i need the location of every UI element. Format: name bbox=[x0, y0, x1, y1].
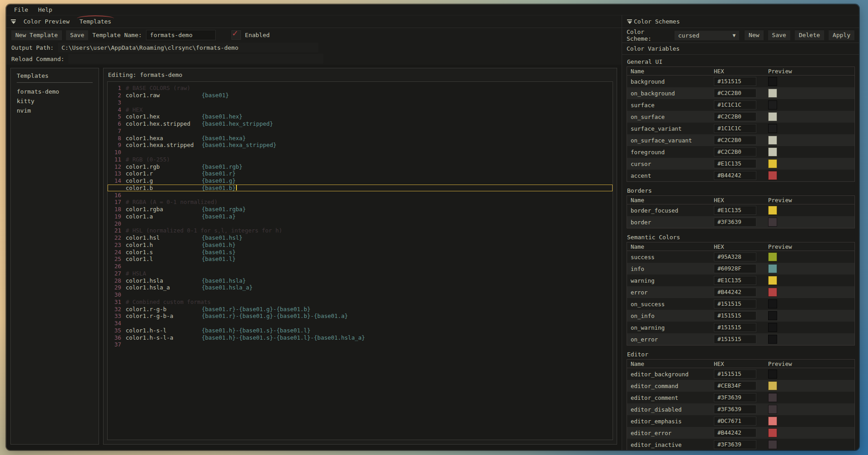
hex-value-input[interactable]: #3F3639 bbox=[714, 440, 756, 449]
enabled-checkbox[interactable]: ✓ bbox=[231, 30, 241, 40]
color-swatch[interactable] bbox=[768, 428, 777, 437]
hex-value-input[interactable]: #3F3639 bbox=[714, 405, 756, 414]
code-line[interactable]: 18color1.rgba{base01.rgba} bbox=[108, 206, 613, 213]
hex-value-input[interactable]: #151515 bbox=[714, 323, 756, 332]
hex-value-input[interactable]: #C2C2B0 bbox=[714, 89, 756, 98]
code-line[interactable]: 2color1.raw{base01} bbox=[108, 92, 613, 99]
code-line[interactable]: 1# BASE COLORS (raw) bbox=[108, 85, 613, 92]
hex-value-input[interactable]: #C2C2B0 bbox=[714, 147, 756, 156]
hex-value-input[interactable]: #B44242 bbox=[714, 288, 756, 297]
hex-value-input[interactable]: #B44242 bbox=[714, 428, 756, 437]
code-line[interactable]: 5color1.hex{base01.hex} bbox=[108, 113, 613, 120]
hex-value-input[interactable]: #151515 bbox=[714, 77, 756, 86]
color-swatch[interactable] bbox=[768, 381, 777, 390]
scheme-new-button[interactable]: New bbox=[745, 30, 763, 40]
code-line[interactable]: 11# RGB (0-255) bbox=[108, 156, 613, 163]
color-swatch[interactable] bbox=[768, 393, 777, 402]
color-swatch[interactable] bbox=[768, 159, 777, 168]
code-line[interactable]: 17# RGBA (A = 0-1 normalized) bbox=[108, 199, 613, 206]
hex-value-input[interactable]: #1C1C1C bbox=[714, 100, 756, 109]
hex-value-input[interactable]: #3F3639 bbox=[714, 218, 756, 227]
code-line[interactable]: 21# HSL (normalized 0-1 for s,l, integer… bbox=[108, 227, 613, 234]
code-line[interactable]: 22color1.hsl{base01.hsl} bbox=[108, 234, 613, 242]
schemes-collapse-icon[interactable] bbox=[627, 19, 632, 24]
code-line[interactable]: 3 bbox=[108, 99, 613, 106]
hex-value-input[interactable]: #E1C135 bbox=[714, 276, 756, 285]
code-line[interactable]: 29color1.hsla_a{base01.hsla_a} bbox=[108, 284, 613, 291]
save-template-button[interactable]: Save bbox=[66, 30, 88, 40]
code-line[interactable]: 7 bbox=[108, 128, 613, 135]
scheme-save-button[interactable]: Save bbox=[768, 30, 790, 40]
color-swatch[interactable] bbox=[768, 218, 777, 227]
hex-value-input[interactable]: #3F3639 bbox=[714, 393, 756, 402]
color-swatch[interactable] bbox=[768, 147, 777, 156]
color-swatch[interactable] bbox=[768, 335, 777, 344]
color-swatch[interactable] bbox=[768, 276, 777, 285]
code-line[interactable]: 32color1.r-g-b{base01.r}-{base01.g}-{bas… bbox=[108, 305, 613, 313]
hex-value-input[interactable]: #151515 bbox=[714, 335, 756, 344]
code-line[interactable]: 14color1.g{base01.g} bbox=[108, 177, 613, 185]
template-list-item[interactable]: kitty bbox=[17, 96, 93, 106]
new-template-button[interactable]: New Template bbox=[11, 30, 62, 40]
hex-value-input[interactable]: #1C1C1C bbox=[714, 124, 756, 133]
code-line[interactable]: 6color1.hex.stripped{base01.hex_stripped… bbox=[108, 120, 613, 128]
code-line[interactable]: 12color1.rgb{base01.rgb} bbox=[108, 163, 613, 170]
hex-value-input[interactable]: #B44242 bbox=[714, 171, 756, 180]
color-swatch[interactable] bbox=[768, 252, 777, 261]
color-swatch[interactable] bbox=[768, 299, 777, 308]
code-line[interactable]: 24color1.s{base01.s} bbox=[108, 248, 613, 256]
color-swatch[interactable] bbox=[768, 288, 777, 297]
color-swatch[interactable] bbox=[768, 405, 777, 414]
color-swatch[interactable] bbox=[768, 171, 777, 180]
color-scheme-select[interactable]: cursed ▼ bbox=[675, 31, 739, 40]
hex-value-input[interactable]: #DC7671 bbox=[714, 417, 756, 426]
code-line[interactable]: 26 bbox=[108, 263, 613, 270]
code-line[interactable]: 33color1.r-g-b-a{base01.r}-{base01.g}-{b… bbox=[108, 313, 613, 320]
color-swatch[interactable] bbox=[768, 323, 777, 332]
color-swatch[interactable] bbox=[768, 136, 777, 145]
color-swatch[interactable] bbox=[768, 417, 777, 426]
template-list-item[interactable]: formats-demo bbox=[17, 87, 93, 96]
hex-value-input[interactable]: #C2C2B0 bbox=[714, 112, 756, 121]
menu-item-help[interactable]: Help bbox=[38, 6, 52, 13]
code-line[interactable]: 31# Combined custom formats bbox=[108, 299, 613, 306]
code-line[interactable]: 8color1.hexa{base01.hexa} bbox=[108, 134, 613, 142]
hex-value-input[interactable]: #E1C135 bbox=[714, 159, 756, 168]
code-line[interactable]: 19color1.a{base01.a} bbox=[108, 213, 613, 220]
hex-value-input[interactable]: #60928F bbox=[714, 264, 756, 273]
color-swatch[interactable] bbox=[768, 264, 777, 273]
code-line[interactable]: 23color1.h{base01.h} bbox=[108, 242, 613, 249]
code-line[interactable]: 16 bbox=[108, 191, 613, 199]
code-line[interactable]: 35color1.h-s-l{base01.h}-{base01.s}-{bas… bbox=[108, 327, 613, 334]
tab-templates[interactable]: Templates bbox=[76, 17, 114, 26]
color-swatch[interactable] bbox=[768, 124, 777, 133]
scheme-apply-button[interactable]: Apply bbox=[829, 30, 854, 40]
code-line[interactable]: 4# HEX bbox=[108, 106, 613, 113]
color-swatch[interactable] bbox=[768, 89, 777, 98]
hex-value-input[interactable]: #151515 bbox=[714, 299, 756, 308]
code-line[interactable]: color1.b{base01.b} bbox=[108, 185, 613, 192]
color-swatch[interactable] bbox=[768, 206, 777, 215]
template-list-item[interactable]: nvim bbox=[17, 106, 93, 115]
tab-color-preview[interactable]: Color Preview bbox=[20, 17, 73, 26]
panel-collapse-icon[interactable] bbox=[10, 19, 16, 24]
code-line[interactable]: 9color1.hexa.stripped{base01.hexa_stripp… bbox=[108, 142, 613, 149]
color-swatch[interactable] bbox=[768, 370, 777, 379]
color-swatch[interactable] bbox=[768, 100, 777, 109]
hex-value-input[interactable]: #C2C2B0 bbox=[714, 136, 756, 145]
color-swatch[interactable] bbox=[768, 112, 777, 121]
color-swatch[interactable] bbox=[768, 77, 777, 86]
hex-value-input[interactable]: #95A328 bbox=[714, 252, 756, 261]
hex-value-input[interactable]: #E1C135 bbox=[714, 206, 756, 215]
color-swatch[interactable] bbox=[768, 311, 777, 320]
code-editor[interactable]: 1# BASE COLORS (raw)2color1.raw{base01}3… bbox=[107, 81, 613, 440]
hex-value-input[interactable]: #151515 bbox=[714, 311, 756, 320]
code-line[interactable]: 13color1.r{base01.r} bbox=[108, 170, 613, 177]
hex-value-input[interactable]: #151515 bbox=[714, 370, 756, 379]
code-line[interactable]: 37 bbox=[108, 341, 613, 348]
scheme-delete-button[interactable]: Delete bbox=[795, 30, 824, 40]
template-name-input[interactable] bbox=[146, 30, 216, 40]
code-line[interactable]: 20 bbox=[108, 220, 613, 227]
menu-item-file[interactable]: File bbox=[14, 6, 28, 13]
code-line[interactable]: 34 bbox=[108, 320, 613, 327]
